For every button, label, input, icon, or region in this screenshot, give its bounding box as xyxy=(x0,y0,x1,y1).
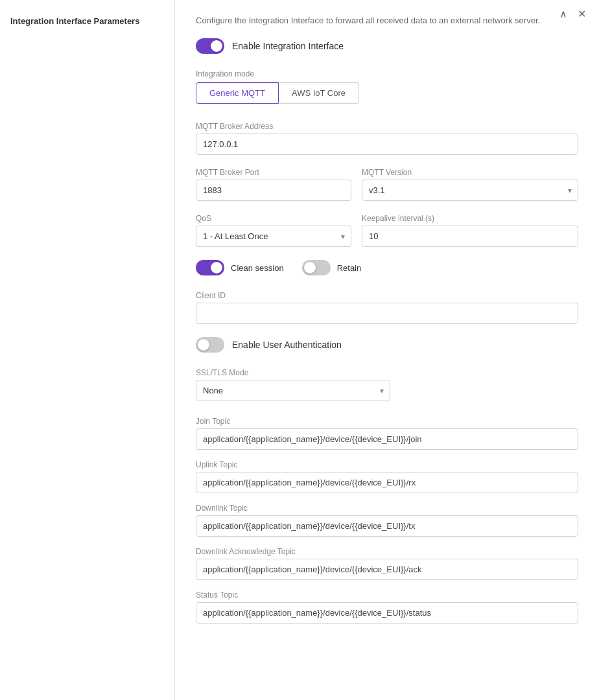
toggle-thumb-retain xyxy=(304,262,316,274)
uplink-topic-input[interactable] xyxy=(196,472,578,493)
port-version-row: MQTT Broker Port MQTT Version v3.1 v3.1.… xyxy=(196,168,578,201)
mqtt-version-select[interactable]: v3.1 v3.1.1 v5.0 xyxy=(362,180,578,201)
mqtt-broker-port-input[interactable] xyxy=(196,180,351,201)
mqtt-broker-address-input[interactable] xyxy=(196,134,578,155)
top-controls: ∧ ✕ xyxy=(557,8,589,21)
integration-mode-label: Integration mode xyxy=(196,69,578,78)
enable-user-auth-toggle[interactable] xyxy=(196,337,224,353)
status-topic-item: Status Topic xyxy=(196,590,578,624)
keepalive-label: Keepalive interval (s) xyxy=(362,214,578,223)
mqtt-broker-address-label: MQTT Broker Address xyxy=(196,122,578,131)
ssl-tls-label: SSL/TLS Mode xyxy=(196,368,390,377)
qos-group: QoS 0 - At Most Once 1 - At Least Once 2… xyxy=(196,214,351,247)
qos-select[interactable]: 0 - At Most Once 1 - At Least Once 2 - E… xyxy=(196,226,351,247)
toggle-thumb-enable xyxy=(211,40,222,52)
mqtt-version-label: MQTT Version xyxy=(362,168,578,177)
toggle-track-clean-session xyxy=(196,260,224,275)
ssl-tls-select[interactable]: None CA signed server certificate Self s… xyxy=(196,380,390,401)
enable-integration-toggle[interactable] xyxy=(196,38,224,54)
mqtt-version-select-wrapper: v3.1 v3.1.1 v5.0 xyxy=(362,180,578,201)
main-content: ∧ ✕ Configure the Integration Interface … xyxy=(175,0,599,700)
toggle-track-retain xyxy=(302,260,331,275)
enable-integration-label: Enable Integration Interface xyxy=(232,41,344,51)
keepalive-input[interactable] xyxy=(362,226,578,247)
retain-label: Retain xyxy=(337,263,362,273)
keepalive-group: Keepalive interval (s) xyxy=(362,214,578,247)
join-topic-item: Join Topic xyxy=(196,417,578,450)
qos-keepalive-row: QoS 0 - At Most Once 1 - At Least Once 2… xyxy=(196,214,578,247)
mqtt-broker-address-section: MQTT Broker Address xyxy=(196,122,578,155)
retain-item: Retain xyxy=(302,260,362,275)
ssl-tls-section: SSL/TLS Mode None CA signed server certi… xyxy=(196,368,578,401)
ssl-tls-select-wrapper: None CA signed server certificate Self s… xyxy=(196,380,390,401)
topic-section: Join Topic Uplink Topic Downlink Topic D… xyxy=(196,417,578,624)
status-topic-input[interactable] xyxy=(196,602,578,624)
uplink-topic-item: Uplink Topic xyxy=(196,460,578,493)
retain-toggle[interactable] xyxy=(302,260,331,275)
join-topic-label: Join Topic xyxy=(196,417,578,426)
close-button[interactable]: ✕ xyxy=(575,8,589,21)
downlink-ack-topic-item: Downlink Acknowledge Topic xyxy=(196,547,578,580)
mqtt-broker-port-label: MQTT Broker Port xyxy=(196,168,351,177)
downlink-ack-topic-input[interactable] xyxy=(196,559,578,580)
enable-user-auth-row: Enable User Authentication xyxy=(196,337,578,353)
downlink-topic-label: Downlink Topic xyxy=(196,504,578,513)
qos-label: QoS xyxy=(196,214,351,223)
sidebar: Integration Interface Parameters xyxy=(0,0,175,700)
enable-user-auth-label: Enable User Authentication xyxy=(232,340,342,350)
downlink-topic-input[interactable] xyxy=(196,515,578,537)
join-topic-input[interactable] xyxy=(196,428,578,450)
enable-integration-row: Enable Integration Interface xyxy=(196,38,578,54)
mode-buttons: Generic MQTT AWS IoT Core xyxy=(196,82,578,104)
toggle-thumb-clean-session xyxy=(211,262,222,274)
toggle-track-enable xyxy=(196,38,224,54)
status-topic-label: Status Topic xyxy=(196,590,578,600)
mqtt-broker-port-group: MQTT Broker Port xyxy=(196,168,351,201)
collapse-button[interactable]: ∧ xyxy=(557,8,570,21)
uplink-topic-label: Uplink Topic xyxy=(196,460,578,469)
client-id-input[interactable] xyxy=(196,303,578,324)
qos-select-wrapper: 0 - At Most Once 1 - At Least Once 2 - E… xyxy=(196,226,351,247)
clean-session-retain-row: Clean session Retain xyxy=(196,260,578,275)
generic-mqtt-button[interactable]: Generic MQTT xyxy=(196,82,279,104)
clean-session-item: Clean session xyxy=(196,260,284,275)
aws-iot-core-button[interactable]: AWS IoT Core xyxy=(279,82,359,104)
clean-session-toggle[interactable] xyxy=(196,260,224,275)
downlink-ack-topic-label: Downlink Acknowledge Topic xyxy=(196,547,578,556)
integration-mode-section: Integration mode Generic MQTT AWS IoT Co… xyxy=(196,69,578,104)
sidebar-title: Integration Interface Parameters xyxy=(10,16,139,26)
mqtt-version-group: MQTT Version v3.1 v3.1.1 v5.0 xyxy=(362,168,578,201)
client-id-section: Client ID xyxy=(196,291,578,324)
description: Configure the Integration Interface to f… xyxy=(196,16,559,25)
toggle-track-user-auth xyxy=(196,337,224,353)
downlink-topic-item: Downlink Topic xyxy=(196,504,578,537)
toggle-thumb-user-auth xyxy=(198,339,209,351)
client-id-label: Client ID xyxy=(196,291,578,300)
clean-session-label: Clean session xyxy=(231,263,284,273)
